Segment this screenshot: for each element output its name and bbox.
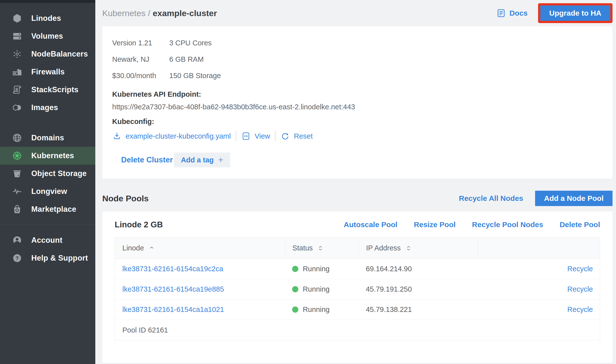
sidebar-item-label: Longview [31,187,67,196]
app-root: Linodes Volumes NodeBalancers Firewalls [0,0,616,364]
recycle-node-link[interactable]: Recycle [567,285,593,293]
status-running-dot [292,306,298,313]
table-row: lke38731-62161-6154ca1a1021 Running 45.7… [115,300,600,320]
pool-actions: Autoscale Pool Resize Pool Recycle Pool … [344,220,600,229]
recycle-all-nodes-link[interactable]: Recycle All Nodes [459,194,523,203]
sidebar-item-domains[interactable]: Domains [0,129,95,147]
sidebar-item-label: Volumes [31,32,63,41]
node-pools-header: Node Pools Recycle All Nodes Add a Node … [102,191,613,206]
linode-cube-icon [11,13,23,24]
sidebar-group-services: Domains Kubernetes Object Storage Longvi… [0,129,95,218]
status-running-dot [292,266,298,272]
sidebar-item-marketplace[interactable]: Marketplace [0,200,95,218]
sidebar-item-label: Help & Support [31,254,88,263]
add-tag-button[interactable]: Add a tag + [174,152,230,167]
kubernetes-wheel-icon [11,150,23,161]
sidebar-group-account: Account ? Help & Support [0,231,95,267]
cluster-region: Newark, NJ [112,55,169,63]
pulse-icon [11,186,23,197]
shopping-bag-icon [11,204,23,215]
upgrade-to-ha-button[interactable]: Upgrade to HA [540,5,610,21]
sidebar-item-label: Account [31,236,62,245]
sidebar-item-account[interactable]: Account [0,231,95,249]
question-circle-icon: ? [11,252,23,264]
download-icon [112,131,122,141]
column-label: Linode [122,244,144,252]
status-text: Running [303,285,330,293]
header-actions: Docs Upgrade to HA [496,3,613,23]
recycle-node-link[interactable]: Recycle [567,265,593,273]
sidebar-item-label: Kubernetes [31,151,74,160]
breadcrumb-kubernetes-link[interactable]: Kubernetes [102,8,145,18]
add-tag-label: Add a tag [181,156,214,164]
node-link[interactable]: lke38731-62161-6154ca19c2ca [122,265,223,273]
sidebar-item-label: NodeBalancers [31,50,88,59]
divider [275,131,275,141]
status-text: Running [303,265,330,273]
sidebar-item-label: Object Storage [31,169,87,178]
cluster-storage: 150 GB Storage [169,72,221,80]
sidebar-item-longview[interactable]: Longview [0,182,95,200]
sidebar-item-firewalls[interactable]: Firewalls [0,63,95,81]
upgrade-highlight-box: Upgrade to HA [538,3,613,23]
add-node-pool-button[interactable]: Add a Node Pool [535,191,613,206]
cluster-version: Version 1.21 [112,39,169,47]
sidebar-item-volumes[interactable]: Volumes [0,27,95,45]
node-link[interactable]: lke38731-62161-6154ca19e885 [122,285,224,293]
sidebar-item-label: Images [31,103,58,112]
sidebar-item-object-storage[interactable]: Object Storage [0,165,95,182]
sidebar-item-kubernetes[interactable]: Kubernetes [0,147,95,165]
delete-cluster-button[interactable]: Delete Cluster [121,155,173,164]
nodes-table: Linode Status IP Address [115,237,600,340]
sidebar-item-images[interactable]: Images [0,99,95,117]
autoscale-pool-link[interactable]: Autoscale Pool [344,220,398,229]
sort-both-icon [317,244,324,252]
firewalls-icon [11,66,23,78]
cluster-summary-panel: Version 1.21 3 CPU Cores Newark, NJ 6 GB… [102,26,613,179]
sidebar-item-linodes[interactable]: Linodes [0,9,95,27]
spec-row: Newark, NJ 6 GB RAM [112,51,603,67]
stackscripts-icon [11,84,23,95]
ip-address: 69.164.214.90 [366,265,412,273]
sidebar: Linodes Volumes NodeBalancers Firewalls [0,0,95,364]
status-running-dot [292,286,298,292]
recycle-node-link[interactable]: Recycle [567,305,593,314]
api-endpoint-label: Kubernetes API Endpoint: [112,90,603,98]
sidebar-divider [0,225,95,225]
svg-text:?: ? [15,255,19,261]
pool-id-footer: Pool ID 62161 [115,320,600,340]
cluster-ram: 6 GB RAM [169,55,204,63]
column-header-linode[interactable]: Linode [115,238,285,259]
node-link[interactable]: lke38731-62161-6154ca1a1021 [122,305,224,314]
delete-pool-link[interactable]: Delete Pool [560,220,600,229]
sidebar-item-nodebalancers[interactable]: NodeBalancers [0,45,95,63]
reset-refresh-icon [280,131,290,141]
column-header-status[interactable]: Status [285,238,358,259]
cluster-cpu: 3 CPU Cores [169,39,212,47]
sidebar-item-label: Marketplace [31,205,76,214]
spec-row: Version 1.21 3 CPU Cores [112,35,603,51]
kubeconfig-reset-link[interactable]: Reset [280,131,313,141]
sidebar-item-label: Linodes [31,14,61,23]
kubeconfig-view-link[interactable]: View [241,131,270,141]
plus-icon: + [218,155,223,165]
breadcrumb: Kubernetes/example-cluster [102,8,217,18]
sort-both-icon [405,244,412,252]
ip-address: 45.79.191.250 [366,285,412,293]
spec-row: $30.00/month 150 GB Storage [112,67,603,84]
sidebar-item-stackscripts[interactable]: StackScripts [0,81,95,99]
column-header-ip-address[interactable]: IP Address [358,238,478,259]
reset-label: Reset [294,132,313,140]
resize-pool-link[interactable]: Resize Pool [414,220,455,229]
kubeconfig-download-link[interactable]: example-cluster-kubeconfig.yaml [112,131,231,141]
table-row: lke38731-62161-6154ca19e885 Running 45.7… [115,279,600,300]
sidebar-item-help-support[interactable]: ? Help & Support [0,249,95,267]
docs-link[interactable]: Docs [496,8,528,18]
user-avatar-icon [11,235,23,246]
sidebar-group-compute: Linodes Volumes NodeBalancers Firewalls [0,9,95,117]
recycle-pool-nodes-link[interactable]: Recycle Pool Nodes [472,220,543,229]
api-endpoint-url: https://9e2a7307-b6ac-408f-ba62-9483b0b3… [112,103,603,111]
status-text: Running [303,305,330,314]
sidebar-top-strip [0,0,95,3]
nodes-table-header: Linode Status IP Address [115,238,600,259]
